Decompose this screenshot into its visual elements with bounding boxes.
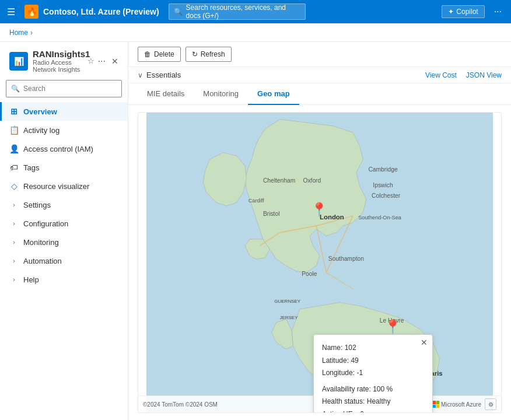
tab-geo-map[interactable]: Geo map bbox=[248, 83, 299, 105]
popup-close-button[interactable]: ✕ bbox=[421, 338, 428, 346]
svg-text:Ipswich: Ipswich bbox=[373, 182, 393, 188]
tab-mie-details[interactable]: MIE details bbox=[138, 83, 194, 105]
top-navigation-bar: ☰ 🔥 Contoso, Ltd. Azure (Preview) 🔍 Sear… bbox=[0, 0, 511, 23]
sidebar-item-resource-visualizer-label: Resource visualizer bbox=[23, 182, 89, 191]
sidebar-search-input[interactable] bbox=[23, 85, 117, 93]
sidebar-item-overview[interactable]: ⊞ Overview bbox=[0, 102, 128, 121]
sidebar-item-access-control-label: Access control (IAM) bbox=[23, 145, 93, 153]
main-content: 🗑 Delete ↻ Refresh ∨ Essentials View Cos… bbox=[128, 42, 511, 420]
svg-text:Poole: Poole bbox=[302, 271, 317, 277]
svg-text:Cardiff: Cardiff bbox=[249, 198, 264, 204]
global-search-bar[interactable]: 🔍 Search resources, services, and docs (… bbox=[169, 4, 306, 20]
map-container: Oxford London Bristol Cardiff Cheltenham… bbox=[128, 105, 511, 420]
refresh-button[interactable]: ↻ Refresh bbox=[186, 47, 232, 62]
svg-text:Oxford: Oxford bbox=[303, 177, 321, 184]
sidebar-item-help[interactable]: › Help bbox=[0, 270, 128, 289]
essentials-label: Essentials bbox=[146, 71, 425, 79]
sidebar-item-monitoring-label: Monitoring bbox=[23, 238, 59, 247]
delete-button[interactable]: 🗑 Delete bbox=[138, 47, 181, 62]
popup-health: Health status: Healthy bbox=[322, 396, 424, 408]
sidebar-item-activity-log[interactable]: 📋 Activity log bbox=[0, 121, 128, 139]
resource-type: Radio Access Network Insights bbox=[33, 59, 83, 73]
popup-longitude: Longitude: -1 bbox=[322, 367, 424, 380]
sidebar-item-resource-visualizer[interactable]: ◇ Resource visualizer bbox=[0, 177, 128, 195]
popup-name: Name: 102 bbox=[322, 342, 424, 355]
tenant-title: Contoso, Ltd. Azure (Preview) bbox=[43, 7, 159, 16]
sidebar: 📊 RANInsights1 Radio Access Network Insi… bbox=[0, 42, 128, 420]
close-sidebar-button[interactable]: ✕ bbox=[111, 57, 118, 66]
resource-icon: 📊 bbox=[9, 52, 28, 71]
sidebar-search-box[interactable]: 🔍 bbox=[6, 80, 122, 97]
red-pin-marker: 📍 bbox=[312, 201, 328, 218]
sidebar-item-configuration[interactable]: › Configuration bbox=[0, 214, 128, 233]
search-icon: 🔍 bbox=[174, 8, 183, 16]
automation-chevron-icon: › bbox=[9, 256, 19, 265]
svg-text:Cheltenham: Cheltenham bbox=[263, 177, 295, 184]
refresh-icon: ↻ bbox=[192, 50, 198, 58]
sidebar-item-configuration-label: Configuration bbox=[23, 219, 68, 228]
tab-monitoring-label: Monitoring bbox=[203, 89, 239, 98]
sidebar-item-automation[interactable]: › Automation bbox=[0, 251, 128, 270]
green-pin-marker-1: 📍 bbox=[384, 318, 401, 335]
sidebar-item-monitoring[interactable]: › Monitoring bbox=[0, 233, 128, 251]
map-settings-icon[interactable]: ⚙ bbox=[485, 398, 496, 410]
sidebar-item-access-control[interactable]: 👤 Access control (IAM) bbox=[0, 139, 128, 158]
delete-label: Delete bbox=[154, 50, 174, 58]
breadcrumb-separator: › bbox=[30, 29, 33, 37]
svg-text:JERSEY: JERSEY bbox=[279, 315, 298, 320]
breadcrumb: Home › bbox=[0, 23, 511, 42]
favorite-star-icon[interactable]: ☆ bbox=[88, 57, 94, 65]
main-layout: 📊 RANInsights1 Radio Access Network Insi… bbox=[0, 42, 511, 420]
overview-icon: ⊞ bbox=[9, 107, 19, 116]
sidebar-item-settings-label: Settings bbox=[23, 201, 51, 209]
sidebar-item-overview-label: Overview bbox=[23, 107, 57, 116]
configuration-chevron-icon: › bbox=[9, 219, 19, 228]
activity-log-icon: 📋 bbox=[9, 125, 19, 135]
sidebar-item-automation-label: Automation bbox=[23, 257, 62, 265]
svg-text:Colchester: Colchester bbox=[372, 192, 401, 199]
tags-icon: 🏷 bbox=[9, 163, 19, 172]
tab-mie-details-label: MIE details bbox=[147, 89, 184, 98]
sidebar-item-tags[interactable]: 🏷 Tags bbox=[0, 158, 128, 177]
content-tabs: MIE details Monitoring Geo map bbox=[128, 83, 511, 105]
resource-visualizer-icon: ◇ bbox=[9, 181, 19, 191]
svg-text:Bristol: Bristol bbox=[263, 211, 280, 217]
hamburger-menu-icon[interactable]: ☰ bbox=[5, 4, 18, 20]
topbar-more-button[interactable]: ··· bbox=[489, 4, 506, 19]
ms-azure-label: Microsoft Azure bbox=[441, 401, 481, 408]
copilot-icon: ✦ bbox=[448, 8, 454, 16]
help-chevron-icon: › bbox=[9, 275, 19, 284]
sidebar-item-help-label: Help bbox=[23, 275, 39, 284]
tab-geo-map-label: Geo map bbox=[257, 89, 290, 98]
map-frame[interactable]: Oxford London Bristol Cardiff Cheltenham… bbox=[138, 112, 502, 413]
popup-latitude: Latitude: 49 bbox=[322, 355, 424, 368]
svg-text:Southend-On-Sea: Southend-On-Sea bbox=[358, 215, 401, 220]
map-copyright-text: ©2024 TomTom ©2024 OSM bbox=[143, 401, 218, 408]
resource-name: RANInsights1 bbox=[33, 49, 83, 59]
sidebar-item-activity-log-label: Activity log bbox=[23, 126, 60, 135]
monitoring-chevron-icon: › bbox=[9, 237, 19, 247]
json-view-link[interactable]: JSON View bbox=[466, 71, 502, 79]
sidebar-item-settings[interactable]: › Settings bbox=[0, 195, 128, 214]
breadcrumb-home-link[interactable]: Home bbox=[9, 29, 28, 37]
tab-monitoring[interactable]: Monitoring bbox=[194, 83, 248, 105]
essentials-chevron-icon[interactable]: ∨ bbox=[138, 71, 143, 79]
svg-text:Cambridge: Cambridge bbox=[368, 166, 398, 173]
sidebar-navigation: ⊞ Overview 📋 Activity log 👤 Access contr… bbox=[0, 102, 128, 420]
sidebar-item-tags-label: Tags bbox=[23, 163, 39, 172]
svg-text:Southampton: Southampton bbox=[328, 256, 364, 262]
sidebar-search-icon: 🔍 bbox=[11, 85, 20, 93]
microsoft-logo bbox=[432, 401, 439, 408]
copilot-label: Copilot bbox=[456, 8, 478, 16]
copilot-button[interactable]: ✦ Copilot bbox=[442, 5, 484, 18]
sidebar-more-button[interactable]: ··· bbox=[98, 56, 106, 66]
azure-brand-icon: 🔥 bbox=[24, 5, 38, 19]
view-cost-link[interactable]: View Cost bbox=[425, 71, 457, 79]
settings-chevron-icon: › bbox=[9, 200, 19, 209]
refresh-label: Refresh bbox=[201, 50, 225, 58]
access-control-icon: 👤 bbox=[9, 144, 19, 153]
essentials-actions: View Cost JSON View bbox=[425, 71, 502, 79]
map-ms-branding: Microsoft Azure bbox=[432, 401, 481, 408]
map-info-popup: ✕ Name: 102 Latitude: 49 Longitude: -1 A… bbox=[313, 334, 433, 413]
essentials-bar: ∨ Essentials View Cost JSON View bbox=[128, 67, 511, 83]
